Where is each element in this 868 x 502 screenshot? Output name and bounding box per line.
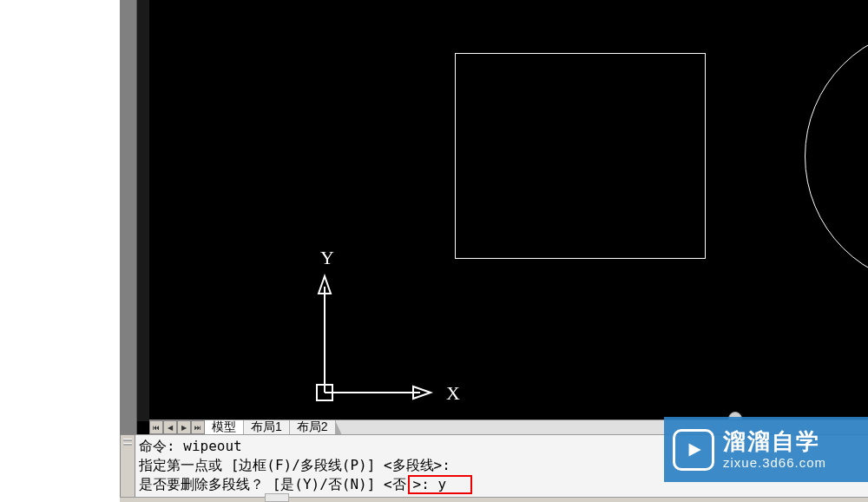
tab-nav-last-icon[interactable]: ⏭ (191, 420, 205, 434)
tab-layout2-label: 布局2 (297, 419, 328, 435)
svg-marker-5 (689, 443, 701, 456)
ucs-icon: Y X (316, 243, 490, 417)
ucs-x-label: X (446, 382, 460, 404)
tab-layout2[interactable]: 布局2 (290, 420, 336, 434)
watermark: 溜溜自学 zixue.3d66.com (664, 417, 868, 482)
command-input-value[interactable]: >: y (413, 476, 447, 492)
command-line-3-prefix: 是否要删除多段线？ [是(Y)/否(N)] <否 (139, 475, 406, 494)
drawing-rectangle[interactable] (455, 53, 706, 259)
tab-nav-next-icon[interactable]: ▶ (177, 420, 191, 434)
watermark-title: 溜溜自学 (723, 428, 826, 455)
status-bar (120, 497, 868, 502)
tab-layout1-label: 布局1 (251, 419, 282, 435)
tab-nav-prev-icon[interactable]: ◀ (163, 420, 177, 434)
status-bar-icons (265, 493, 289, 502)
status-icon-1[interactable] (265, 493, 289, 502)
command-panel-grip-icon[interactable] (120, 434, 135, 502)
tab-nav-first-icon[interactable]: ⏮ (149, 420, 163, 434)
watermark-play-icon (673, 429, 714, 471)
tab-layout1[interactable]: 布局1 (244, 420, 290, 434)
ucs-y-label: Y (320, 247, 334, 268)
tab-model[interactable]: 模型 (205, 420, 244, 434)
command-highlight-box: >: y (408, 475, 473, 494)
drawing-circle[interactable] (805, 26, 868, 287)
drawing-canvas[interactable]: Y X (149, 0, 868, 421)
viewport-left-margin (137, 0, 149, 421)
left-toolbar-strip (120, 0, 137, 434)
tab-model-label: 模型 (212, 419, 236, 435)
watermark-subtitle: zixue.3d66.com (723, 455, 826, 471)
